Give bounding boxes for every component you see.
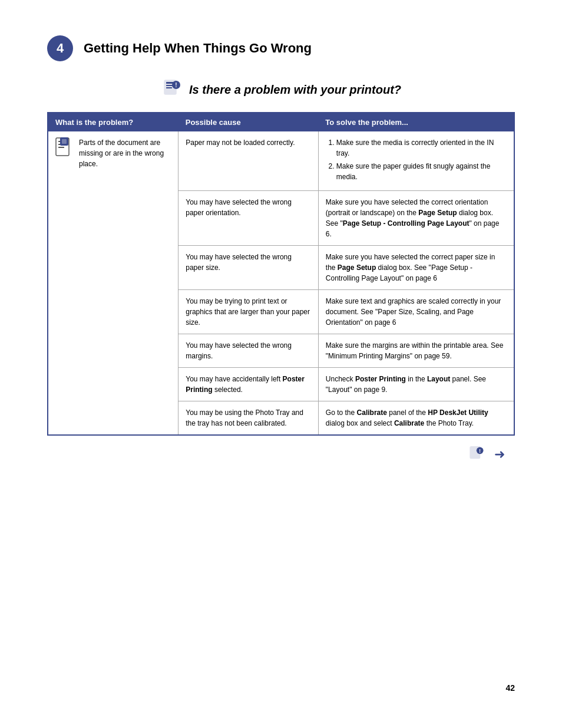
help-table: What is the problem? Possible cause To s… bbox=[47, 112, 515, 436]
poster-printing-ref: Poster Printing bbox=[355, 375, 406, 383]
page-number: 42 bbox=[505, 683, 515, 693]
calibrate-ref: Calibrate bbox=[357, 409, 387, 417]
svg-text:!: ! bbox=[479, 448, 481, 454]
header-col1: What is the problem? bbox=[48, 113, 178, 131]
solution-cell-7: Go to the Calibrate panel of the HP Desk… bbox=[318, 401, 514, 436]
printer-icon: ! bbox=[161, 79, 182, 100]
calibrate-action-ref: Calibrate bbox=[394, 419, 424, 427]
cause-cell-2: You may have selected the wrong paper or… bbox=[178, 191, 319, 246]
solution-cell-1: Make sure the media is correctly oriente… bbox=[318, 131, 514, 191]
page-setup-link-1: Page Setup bbox=[418, 209, 457, 217]
solution-cell-4: Make sure text and graphics are scaled c… bbox=[318, 290, 514, 334]
solution-cell-6: Uncheck Poster Printing in the Layout pa… bbox=[318, 368, 514, 401]
table-row: Parts of the document are missing or are… bbox=[48, 131, 514, 191]
page-setup-link-2: Page Setup bbox=[338, 263, 376, 272]
header-col3: To solve the problem... bbox=[318, 113, 514, 131]
svg-rect-11 bbox=[62, 139, 67, 144]
solution-list-1: Make sure the media is correctly oriente… bbox=[326, 137, 507, 182]
solution-cell-5: Make sure the margins are within the pri… bbox=[318, 334, 514, 368]
chapter-number: 4 bbox=[57, 41, 64, 56]
chapter-badge: 4 bbox=[47, 35, 73, 61]
solution-item: Make sure the media is correctly oriente… bbox=[336, 137, 507, 159]
chapter-header: 4 Getting Help When Things Go Wrong bbox=[47, 35, 515, 61]
cause-cell-6: You may have accidentally left Poster Pr… bbox=[178, 368, 319, 401]
svg-rect-3 bbox=[166, 87, 172, 88]
next-arrow-icon[interactable]: ➜ bbox=[490, 445, 509, 464]
section-header: ! Is there a problem with your printout? bbox=[47, 79, 515, 100]
svg-text:!: ! bbox=[175, 82, 177, 88]
cause-cell-3: You may have selected the wrong paper si… bbox=[178, 246, 319, 290]
header-col2: Possible cause bbox=[178, 113, 319, 131]
cause-cell-4: You may be trying to print text or graph… bbox=[178, 290, 319, 334]
solution-item: Make sure the paper guides fit snugly ag… bbox=[336, 161, 507, 182]
section-title: Is there a problem with your printout? bbox=[189, 83, 401, 97]
hp-deskjet-ref: HP DeskJet Utility bbox=[428, 409, 488, 417]
cause-cell-1: Paper may not be loaded correctly. bbox=[178, 131, 319, 191]
footer-nav: ! ➜ bbox=[47, 445, 515, 464]
table-header-row: What is the problem? Possible cause To s… bbox=[48, 113, 514, 131]
page-setup-ref-1: Page Setup - Controlling Page Layout bbox=[343, 219, 470, 228]
chapter-title: Getting Help When Things Go Wrong bbox=[84, 41, 312, 56]
layout-panel-ref: Layout bbox=[427, 375, 450, 383]
cause-cell-5: You may have selected the wrong margins. bbox=[178, 334, 319, 368]
problem-text: Parts of the document are missing or are… bbox=[79, 137, 171, 169]
missing-parts-icon bbox=[55, 137, 74, 160]
solution-cell-3: Make sure you have selected the correct … bbox=[318, 246, 514, 290]
poster-printing-link: Poster Printing bbox=[186, 375, 305, 394]
svg-rect-9 bbox=[58, 147, 64, 148]
solution-cell-2: Make sure you have selected the correct … bbox=[318, 191, 514, 246]
footer-printer-icon: ! bbox=[467, 445, 485, 464]
cause-cell-7: You may be using the Photo Tray and the … bbox=[178, 401, 319, 436]
problem-cell: Parts of the document are missing or are… bbox=[48, 131, 178, 435]
